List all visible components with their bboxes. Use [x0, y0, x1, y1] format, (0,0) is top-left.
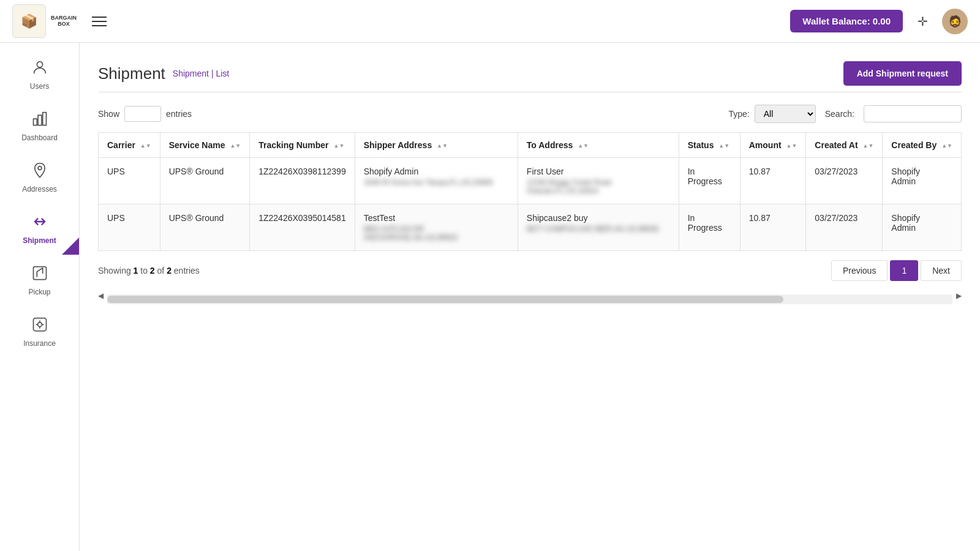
show-label: Show — [98, 109, 119, 119]
table-controls: Show 10 entries Type: All UPS FedEx USPS… — [98, 105, 962, 123]
type-select[interactable]: All UPS FedEx USPS — [755, 105, 816, 123]
addresses-icon — [31, 162, 48, 182]
page-header: Shipment Shipment | List Add Shipment re… — [98, 61, 962, 86]
svg-rect-5 — [33, 267, 46, 280]
logo-container: 📦 BARGAINBOX — [12, 4, 77, 38]
th-created-by[interactable]: Created By ▲▼ — [883, 133, 962, 158]
scroll-right-arrow[interactable]: ▶ — [956, 291, 962, 300]
data-table: Carrier ▲▼ Service Name ▲▼ Tracking Numb… — [98, 132, 962, 251]
sidebar: Users Dashboard Addresses — [0, 43, 80, 551]
to-addr-1: 8877 CAMPOS AVE IBER,AK,US,99506 — [527, 225, 670, 233]
next-button[interactable]: Next — [921, 260, 962, 281]
breadcrumb: Shipment | List — [173, 69, 229, 78]
cell-tracking-0: 1Z22426X0398112399 — [250, 158, 355, 204]
header-left: 📦 BARGAINBOX — [12, 4, 110, 38]
svg-point-4 — [38, 167, 42, 170]
header-right: Wallet Balance: 0.00 ✛ 🧔 — [790, 9, 968, 34]
sidebar-label-insurance: Insurance — [23, 339, 56, 348]
sidebar-label-users: Users — [30, 82, 49, 91]
wallet-balance-button[interactable]: Wallet Balance: 0.00 — [790, 10, 903, 32]
search-label: Search: — [825, 109, 854, 119]
created-at-sort-icon[interactable]: ▲▼ — [863, 143, 874, 149]
status-sort-icon[interactable]: ▲▼ — [718, 143, 729, 149]
dashboard-icon — [31, 110, 48, 131]
th-to-address[interactable]: To Address ▲▼ — [518, 133, 679, 158]
cell-amount-0: 10.87 — [740, 158, 806, 204]
svg-rect-2 — [38, 115, 42, 125]
showing-total: 2 — [167, 266, 172, 276]
scroll-left-arrow[interactable]: ◀ — [98, 291, 104, 300]
page-1-button[interactable]: 1 — [890, 260, 918, 281]
shipper-name-0: Shopify Admin — [364, 167, 509, 176]
to-sort-icon[interactable]: ▲▼ — [578, 143, 589, 149]
amount-sort-icon[interactable]: ▲▼ — [786, 143, 797, 149]
pagination-buttons: Previous 1 Next — [831, 260, 962, 281]
cell-to-0: First User 12340 Boggy Creek Road Orland… — [518, 158, 679, 204]
page-title-area: Shipment Shipment | List — [98, 64, 229, 83]
insurance-icon — [31, 316, 48, 337]
sidebar-item-shipment[interactable]: Shipment — [0, 203, 79, 255]
sidebar-item-addresses[interactable]: Addresses — [0, 152, 79, 203]
cell-carrier-0: UPS — [99, 158, 160, 204]
search-input[interactable] — [864, 105, 962, 122]
th-created-at[interactable]: Created At ▲▼ — [806, 133, 883, 158]
horizontal-scrollbar[interactable] — [107, 294, 952, 304]
sidebar-item-insurance[interactable]: Insurance — [0, 306, 79, 358]
breadcrumb-link[interactable]: Shipment — [173, 69, 209, 78]
table-body: UPS UPS® Ground 1Z22426X0398112399 Shopi… — [99, 158, 962, 251]
cell-status-0: In Progress — [679, 158, 740, 204]
main-layout: Users Dashboard Addresses — [0, 43, 980, 551]
cell-service-1: UPS® Ground — [160, 204, 250, 251]
sidebar-item-pickup[interactable]: Pickup — [0, 255, 79, 306]
entries-label: entries — [166, 109, 192, 119]
cell-created-by-0: ShopifyAdmin — [883, 158, 962, 204]
cell-status-1: In Progress — [679, 204, 740, 251]
to-addr-0: 12340 Boggy Creek Road Orlando,FL,US,328… — [527, 178, 670, 195]
avatar[interactable]: 🧔 — [942, 9, 968, 34]
user-icon — [31, 59, 48, 80]
shipper-addr-1: 8801 KATLISA DR ANCHORAGE,AK,US,99502 — [364, 225, 509, 242]
table-header-row: Carrier ▲▼ Service Name ▲▼ Tracking Numb… — [99, 133, 962, 158]
sidebar-item-users[interactable]: Users — [0, 49, 79, 100]
svg-point-7 — [37, 323, 42, 327]
hamburger-menu[interactable] — [89, 13, 110, 29]
tracking-sort-icon[interactable]: ▲▼ — [333, 143, 344, 149]
show-entries-input[interactable]: 10 — [124, 106, 161, 122]
move-icon[interactable]: ✛ — [912, 11, 933, 32]
showing-text: Showing 1 to 2 of 2 entries — [98, 266, 200, 276]
shipper-addr-0: 1648 W Snow Ave Tampa,FL,US,33606 — [364, 178, 509, 187]
sidebar-label-pickup: Pickup — [28, 288, 50, 296]
service-sort-icon[interactable]: ▲▼ — [230, 143, 241, 149]
table-row: UPS UPS® Ground 1Z22426X0395014581 TestT… — [99, 204, 962, 251]
divider — [98, 92, 962, 92]
showing-to: 2 — [150, 266, 155, 276]
th-service-name[interactable]: Service Name ▲▼ — [160, 133, 250, 158]
shipment-icon — [31, 213, 48, 234]
th-amount[interactable]: Amount ▲▼ — [740, 133, 806, 158]
cell-tracking-1: 1Z22426X0395014581 — [250, 204, 355, 251]
shipper-sort-icon[interactable]: ▲▼ — [437, 143, 448, 149]
th-carrier[interactable]: Carrier ▲▼ — [99, 133, 160, 158]
carrier-sort-icon[interactable]: ▲▼ — [140, 143, 151, 149]
sidebar-item-dashboard[interactable]: Dashboard — [0, 100, 79, 152]
scrollbar-area: ◀ ▶ — [98, 287, 962, 304]
cell-service-0: UPS® Ground — [160, 158, 250, 204]
type-select-wrap: Type: All UPS FedEx USPS — [729, 105, 816, 123]
th-status[interactable]: Status ▲▼ — [679, 133, 740, 158]
svg-point-0 — [37, 62, 42, 67]
previous-button[interactable]: Previous — [831, 260, 888, 281]
cell-created-at-1: 03/27/2023 — [806, 204, 883, 251]
sidebar-label-dashboard: Dashboard — [21, 133, 58, 142]
top-header: 📦 BARGAINBOX Wallet Balance: 0.00 ✛ 🧔 — [0, 0, 980, 43]
sidebar-label-shipment: Shipment — [23, 236, 56, 245]
cell-created-by-1: ShopifyAdmin — [883, 204, 962, 251]
page-title: Shipment — [98, 64, 165, 83]
th-tracking-number[interactable]: Tracking Number ▲▼ — [250, 133, 355, 158]
to-name-0: First User — [527, 167, 670, 176]
pickup-icon — [31, 264, 48, 285]
th-shipper-address[interactable]: Shipper Address ▲▼ — [355, 133, 518, 158]
right-controls: Type: All UPS FedEx USPS Search: — [729, 105, 962, 123]
add-shipment-button[interactable]: Add Shipment request — [843, 61, 962, 86]
sidebar-label-addresses: Addresses — [22, 185, 57, 193]
created-by-sort-icon[interactable]: ▲▼ — [941, 143, 952, 149]
